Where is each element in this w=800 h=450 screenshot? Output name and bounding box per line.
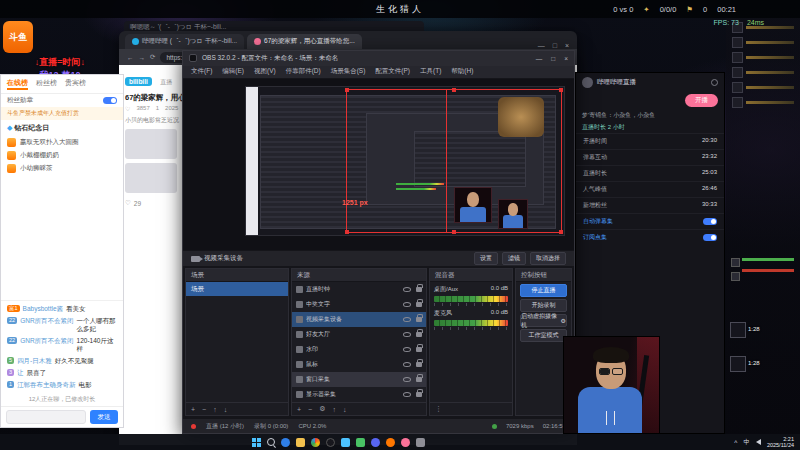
obs-icon[interactable]: [326, 438, 335, 447]
maximize-icon[interactable]: □: [551, 55, 555, 62]
douyu-app-icon[interactable]: [386, 438, 395, 447]
video-thumbnail[interactable]: [125, 163, 177, 193]
controls-header[interactable]: 控制按钮: [516, 269, 571, 282]
menu-docks[interactable]: 停靠部件(D): [286, 67, 321, 76]
obs-preview-area[interactable]: 1251 px: [183, 79, 574, 250]
subscribe-toggle[interactable]: [703, 234, 717, 241]
nav-live-link[interactable]: 直播: [160, 79, 172, 85]
chat-username[interactable]: 江郸吞布主确身奇新: [17, 381, 76, 389]
explorer-icon[interactable]: [296, 438, 305, 447]
menu-help[interactable]: 帮助(H): [451, 67, 473, 76]
visibility-icon[interactable]: [403, 362, 411, 367]
source-row[interactable]: 水印: [292, 342, 426, 357]
source-row-selected[interactable]: 窗口采集: [292, 372, 426, 387]
video-thumbnail[interactable]: [125, 129, 177, 159]
volume-icon[interactable]: [756, 439, 761, 445]
start-button-icon[interactable]: [252, 438, 261, 447]
menu-view[interactable]: 视图(V): [254, 67, 276, 76]
ime-indicator[interactable]: 中: [743, 438, 750, 447]
maximize-icon[interactable]: □: [553, 42, 557, 49]
virtual-camera-button[interactable]: 启动虚拟摄像机 ⚙: [520, 314, 567, 327]
bilibili-logo[interactable]: bilibili: [125, 77, 152, 86]
go-live-button[interactable]: 开播: [685, 94, 718, 107]
selection-border[interactable]: [346, 89, 562, 233]
close-icon[interactable]: ×: [565, 42, 569, 49]
source-row[interactable]: 中奖文字: [292, 297, 426, 312]
remove-scene-icon[interactable]: −: [202, 406, 206, 413]
selection-handle[interactable]: [559, 230, 563, 234]
browser-tab-active[interactable]: 67的梁家辉，用心直播带给您...: [247, 34, 362, 49]
visibility-icon[interactable]: [403, 317, 411, 322]
like-icon[interactable]: ♡: [125, 199, 131, 207]
visibility-icon[interactable]: [403, 332, 411, 337]
source-row[interactable]: 显示器采集: [292, 387, 426, 402]
stop-streaming-button[interactable]: 停止直播: [520, 284, 567, 297]
pinned-item[interactable]: 小戴棚棚奶奶: [1, 149, 123, 162]
lock-icon[interactable]: [416, 317, 422, 322]
tab-fans-rank[interactable]: 粉丝榜: [36, 78, 57, 90]
pinned-item[interactable]: 小幼狮睬茶: [1, 162, 123, 175]
lock-icon[interactable]: [416, 347, 422, 352]
discord-icon[interactable]: [371, 438, 380, 447]
chat-username[interactable]: GNR所百不会紧闭: [20, 337, 73, 345]
selection-handle[interactable]: [345, 88, 349, 92]
selection-handle[interactable]: [345, 230, 349, 234]
source-down-icon[interactable]: ↓: [343, 406, 347, 413]
pinned-item[interactable]: 赢取无双扑入大圆圈: [1, 136, 123, 149]
chat-username[interactable]: GNR所百不会紧闭: [20, 317, 73, 325]
settings-app-icon[interactable]: [416, 438, 425, 447]
scene-up-icon[interactable]: ↑: [213, 406, 217, 413]
source-row[interactable]: 直播时钟: [292, 282, 426, 297]
tray-chevron-icon[interactable]: ^: [734, 439, 737, 446]
lock-icon[interactable]: [416, 302, 422, 307]
selection-handle[interactable]: [559, 88, 563, 92]
tab-online-rank[interactable]: 在线榜: [7, 78, 28, 90]
chat-username[interactable]: 四月-日木雅: [17, 357, 52, 365]
auto-danmaku-toggle[interactable]: [703, 218, 717, 225]
visibility-icon[interactable]: [403, 287, 411, 292]
refresh-icon[interactable]: ⟳: [150, 53, 155, 61]
minimize-icon[interactable]: —: [538, 42, 545, 49]
mixer-options-icon[interactable]: ⋮: [435, 405, 442, 413]
bell-icon[interactable]: [711, 79, 718, 86]
scene-item[interactable]: 场景: [186, 282, 288, 296]
visibility-icon[interactable]: [403, 392, 411, 397]
lock-icon[interactable]: [416, 332, 422, 337]
tab-vip-rank[interactable]: 贵宾榜: [65, 78, 86, 90]
preview-canvas[interactable]: 1251 px: [245, 86, 565, 236]
browser-tab[interactable]: 哔哩哔哩 (゜-゜)つロ 干杯~-bili...: [125, 34, 244, 49]
mixer-header[interactable]: 混音器: [430, 269, 512, 282]
source-row-highlighted[interactable]: 视频采集设备: [292, 312, 426, 327]
source-properties-icon[interactable]: ⚙: [319, 405, 325, 413]
edge-icon[interactable]: [281, 438, 290, 447]
menu-scene-collection[interactable]: 场景集合(S): [331, 67, 366, 76]
source-up-icon[interactable]: ↑: [332, 406, 336, 413]
remove-source-icon[interactable]: −: [308, 406, 312, 413]
menu-profile[interactable]: 配置文件(P): [375, 67, 410, 76]
wechat-icon[interactable]: [356, 438, 365, 447]
start-recording-button[interactable]: 开始录制: [520, 299, 567, 312]
lock-icon[interactable]: [416, 377, 422, 382]
source-filters-button[interactable]: 滤镜: [502, 252, 526, 265]
search-icon[interactable]: [267, 438, 275, 446]
close-icon[interactable]: ×: [564, 55, 568, 62]
scene-down-icon[interactable]: ↓: [224, 406, 228, 413]
chat-username[interactable]: Babysbottle酱: [23, 305, 63, 313]
scenes-header[interactable]: 场景: [186, 269, 288, 282]
minimize-icon[interactable]: —: [536, 55, 543, 62]
studio-mode-button[interactable]: 工作室模式: [520, 329, 567, 342]
sources-header[interactable]: 来源: [292, 269, 426, 282]
avatar[interactable]: [582, 77, 593, 88]
source-settings-button[interactable]: 设置: [474, 252, 498, 265]
obs-title-bar[interactable]: OBS 32.0.2 - 配置文件：未命名 - 场景：未命名 — □ ×: [183, 51, 574, 66]
source-row[interactable]: 鼠标: [292, 357, 426, 372]
deselect-button[interactable]: 取消选择: [530, 252, 566, 265]
forward-icon[interactable]: →: [139, 54, 146, 61]
add-scene-icon[interactable]: +: [191, 406, 195, 413]
send-button[interactable]: 发送: [90, 410, 118, 424]
menu-edit[interactable]: 编辑(E): [222, 67, 244, 76]
fan-badge-toggle[interactable]: [103, 97, 117, 104]
lock-icon[interactable]: [416, 362, 422, 367]
selection-handle[interactable]: [452, 88, 456, 92]
virtual-camera-settings-icon[interactable]: ⚙: [561, 317, 566, 324]
